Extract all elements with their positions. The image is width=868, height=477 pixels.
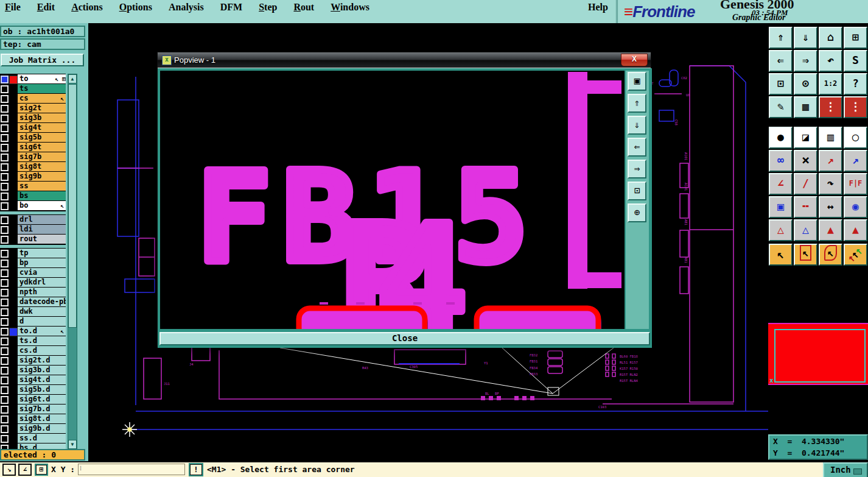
tools-palette-button[interactable]: ✎ (769, 96, 793, 118)
overview-view-rect[interactable] (774, 329, 866, 383)
layer-visibility-checkbox[interactable] (1, 347, 9, 355)
layer-visibility-checkbox[interactable] (1, 279, 9, 287)
scroll-down-icon[interactable]: ▼ (68, 440, 77, 449)
layer-visibility-checkbox[interactable] (1, 85, 9, 93)
layer-visibility-checkbox[interactable] (1, 367, 9, 375)
scale-1-2-button[interactable]: 1:2 (819, 73, 842, 95)
menu-windows[interactable]: Windows (331, 2, 369, 13)
menu-help[interactable]: Help (588, 2, 608, 13)
pan-right-button[interactable]: ⇒ (794, 50, 817, 72)
copy-pad-button[interactable]: ▣ (769, 196, 793, 218)
popview-center-button[interactable]: ⊕ (628, 203, 646, 222)
swap-pad-button[interactable]: ↗ (819, 150, 842, 172)
layer-visibility-checkbox[interactable] (1, 124, 9, 132)
select-window-button[interactable]: ↖ (794, 244, 817, 266)
layer-visibility-checkbox[interactable] (1, 260, 9, 267)
xy-window-button[interactable]: ⊞ (844, 27, 867, 49)
select-pointer-button[interactable]: ↖ (769, 244, 793, 266)
layer-visibility-checkbox[interactable] (1, 236, 9, 244)
layer-visibility-checkbox[interactable] (1, 308, 9, 316)
layer-visibility-checkbox[interactable] (1, 289, 9, 297)
layer-row-sig6t[interactable]: sig6t (0, 143, 66, 152)
corner-triangle-button-2[interactable]: △ (794, 219, 817, 241)
menu-rout[interactable]: Rout (293, 2, 314, 13)
zoom-extents-button[interactable]: ⊡ (769, 73, 793, 95)
layer-row-cvia[interactable]: cvia (0, 268, 66, 278)
layer-visibility-checkbox[interactable] (1, 173, 9, 181)
layer-row-sig2t[interactable]: sig2t (0, 104, 66, 113)
layer-visibility-checkbox[interactable] (1, 376, 9, 384)
layer-row-sig9b.d[interactable]: sig9b.d (0, 424, 66, 434)
menu-options[interactable]: Options (119, 2, 152, 13)
layer-row-sig7b[interactable]: sig7b (0, 152, 66, 162)
layer-visibility-checkbox[interactable] (1, 357, 9, 365)
menu-dfm[interactable]: DFM (220, 2, 242, 13)
corner-triangle-button-1[interactable]: △ (769, 219, 793, 241)
layer-row-ydkdrl[interactable]: ydkdrl (0, 278, 66, 288)
layer-visibility-checkbox[interactable] (1, 415, 9, 423)
window-mode-button[interactable]: ⊞ (35, 464, 48, 476)
layer-row-cs.d[interactable]: cs.d (0, 346, 66, 356)
layer-visibility-checkbox[interactable] (1, 193, 9, 200)
alert-button[interactable]: ! (189, 463, 203, 476)
layer-row-bp[interactable]: bp (0, 258, 66, 268)
layer-row-sig6t.d[interactable]: sig6t.d (0, 395, 66, 405)
popview-zoom-in-button[interactable]: ⇑ (628, 94, 646, 113)
layer-row-sig2t.d[interactable]: sig2t.d (0, 356, 66, 366)
layer-visibility-checkbox[interactable] (1, 154, 9, 161)
layer-visibility-checkbox[interactable] (1, 163, 9, 171)
layer-row-sig7b.d[interactable]: sig7b.d (0, 405, 66, 414)
previous-view-button[interactable]: ↶ (819, 50, 842, 72)
help-button[interactable]: ? (844, 73, 867, 95)
menu-analysis[interactable]: Analysis (169, 2, 204, 13)
menu-actions[interactable]: Actions (71, 2, 103, 13)
layer-scrollbar[interactable]: ▲ ▼ (68, 74, 77, 450)
popview-copy-button[interactable]: ▣ (628, 72, 646, 91)
angle-measure-button[interactable]: ∠ (769, 173, 793, 195)
zoom-in-view-button[interactable]: ⇑ (769, 27, 793, 49)
corner-select-button[interactable]: ↘ (2, 464, 16, 476)
corner-triangle-button-4[interactable]: ▲ (844, 219, 867, 241)
stretch-line-button[interactable]: ╍ (794, 196, 817, 218)
select-polygon-button[interactable]: ↖ (819, 244, 842, 266)
layer-row-tp[interactable]: tp (0, 249, 66, 258)
layer-visibility-checkbox[interactable] (1, 115, 9, 122)
move-feature-button[interactable]: ● (769, 127, 793, 149)
pan-left-button[interactable]: ⇐ (769, 50, 793, 72)
layer-visibility-checkbox[interactable] (1, 318, 9, 326)
rotate-button[interactable]: ↷ (819, 173, 842, 195)
layer-visibility-checkbox[interactable] (1, 76, 9, 83)
menu-step[interactable]: Step (259, 2, 277, 13)
layer-row-rout[interactable]: rout (0, 235, 66, 244)
layer-visibility-checkbox[interactable] (1, 134, 9, 142)
popview-pan-right-button[interactable]: ⇒ (628, 160, 646, 178)
layer-visibility-checkbox[interactable] (1, 425, 9, 433)
popview-zoom-out-button[interactable]: ⇓ (628, 116, 646, 135)
popview-fit-button[interactable]: ⊡ (628, 182, 646, 200)
layer-row-drl[interactable]: drl (0, 215, 66, 225)
layer-visibility-checkbox[interactable] (1, 95, 9, 103)
transform-feature-button[interactable]: ◪ (794, 127, 817, 149)
select-feature-button[interactable]: ◯ (844, 127, 867, 149)
layer-visibility-checkbox[interactable] (1, 396, 9, 404)
measure-button[interactable]: ▥ (819, 127, 842, 149)
layer-visibility-checkbox[interactable] (1, 435, 9, 443)
layer-visibility-checkbox[interactable] (1, 406, 9, 414)
layer-row-sig5b[interactable]: sig5b (0, 133, 66, 143)
layer-row-sig4t[interactable]: sig4t (0, 123, 66, 133)
dimension-button[interactable]: ↔ (819, 196, 842, 218)
layer-display-button-2[interactable]: ⋮ (844, 96, 867, 118)
layer-row-sig8t[interactable]: sig8t (0, 162, 66, 172)
layer-visibility-checkbox[interactable] (1, 144, 9, 152)
layer-row-sig5b.d[interactable]: sig5b.d (0, 385, 66, 395)
delete-button[interactable]: × (794, 150, 817, 172)
layer-row-dwk[interactable]: dwk (0, 307, 66, 317)
layer-visibility-checkbox[interactable] (1, 299, 9, 306)
layer-visibility-checkbox[interactable] (1, 269, 9, 277)
layer-row-ss.d[interactable]: ss.d (0, 434, 66, 443)
corner-triangle-button-3[interactable]: ▲ (819, 219, 842, 241)
profile-button[interactable]: S (844, 50, 867, 72)
overview-panel[interactable]: x (768, 274, 868, 434)
slant-line-button[interactable]: ∕ (794, 173, 817, 195)
layer-row-npth[interactable]: npth (0, 288, 66, 297)
